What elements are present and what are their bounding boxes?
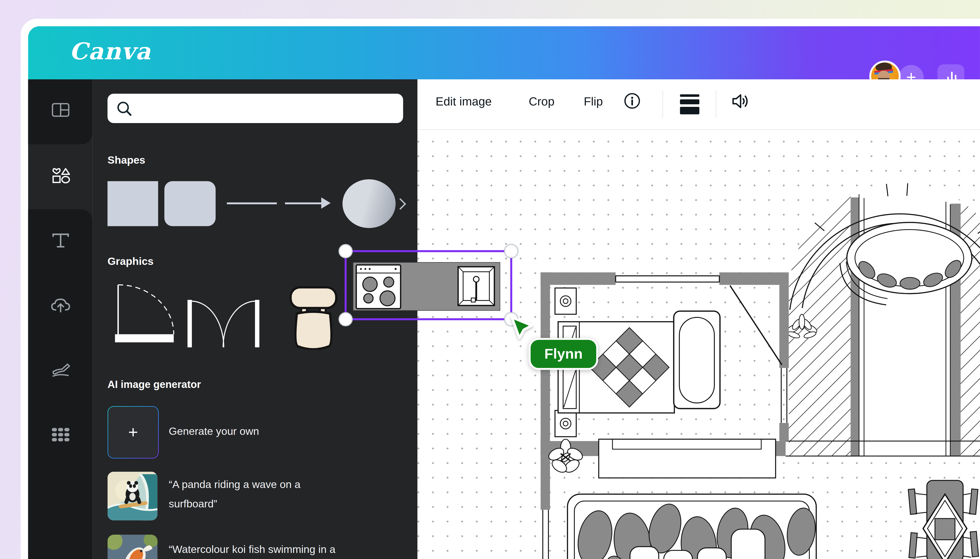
canva-logo[interactable]: Canva [70,37,151,65]
sidebar-item-draw[interactable] [28,348,93,392]
upload-cloud-icon [50,297,70,314]
desktop-background: Canva + [0,0,980,559]
sidebar-item-apps[interactable] [28,413,93,456]
generate-your-own-label[interactable]: Generate your own [169,422,259,441]
shapes-heading: Shapes [108,154,146,167]
koi-fish-image [108,535,157,559]
floorplan-living-area [546,439,818,559]
prompt-label-panda[interactable]: “A panda riding a wave on a surfboard” [169,475,319,513]
search-icon [116,101,132,117]
design-icon [51,102,70,118]
prompt-thumbnail-panda[interactable] [108,472,157,521]
volume-icon[interactable] [731,92,752,111]
position-button[interactable] [680,94,700,117]
floorplan-dining-table [908,480,978,559]
bar-icon [680,107,700,114]
edit-image-button[interactable]: Edit image [435,95,492,109]
collaborator-name-badge: Flynn [529,338,598,370]
prompt-thumbnail-koi[interactable] [108,535,157,559]
graphic-door-swing[interactable] [115,285,174,342]
sidebar-item-design[interactable] [28,88,93,132]
info-icon[interactable] [624,93,641,109]
elements-icon [50,167,70,185]
shape-circle[interactable] [343,179,396,228]
bar-icon [680,99,700,104]
graphic-double-door-swing[interactable] [187,300,259,347]
sink-symbol [458,267,495,306]
graphic-chair[interactable] [291,288,336,349]
search-input[interactable] [108,94,403,123]
panda-surfboard-image [108,472,157,521]
header-bar: Canva + [28,26,980,79]
shape-rounded-square[interactable] [164,181,215,226]
apps-grid-icon [50,427,70,443]
shape-square[interactable] [108,181,158,226]
generate-your-own-tile[interactable]: + [108,406,159,459]
prompt-label-koi[interactable]: “Watercolour koi fish swimming in a [169,540,381,559]
plus-icon: + [128,423,138,442]
flip-button[interactable]: Flip [584,95,603,109]
sidebar-item-elements[interactable] [28,154,93,198]
crop-button[interactable]: Crop [529,95,555,109]
sidebar-item-text[interactable] [28,218,93,262]
sidebar-item-uploads[interactable] [28,284,93,327]
graphics-heading: Graphics [108,256,154,268]
resize-handle-bottom-left[interactable] [338,311,353,327]
stove-symbol [356,265,401,309]
toolbar-divider [662,91,663,118]
resize-handle-top-right[interactable] [503,243,519,259]
context-toolbar: Edit image Crop Flip [417,79,980,129]
shape-line[interactable] [227,202,277,204]
floorplan-round-lounge [786,182,980,457]
resize-handle-top-left[interactable] [338,243,353,259]
bar-icon [680,94,700,97]
toolbar-divider [715,91,716,118]
text-icon [51,232,70,249]
draw-pen-icon [50,361,70,379]
ai-generator-heading: AI image generator [108,379,201,390]
